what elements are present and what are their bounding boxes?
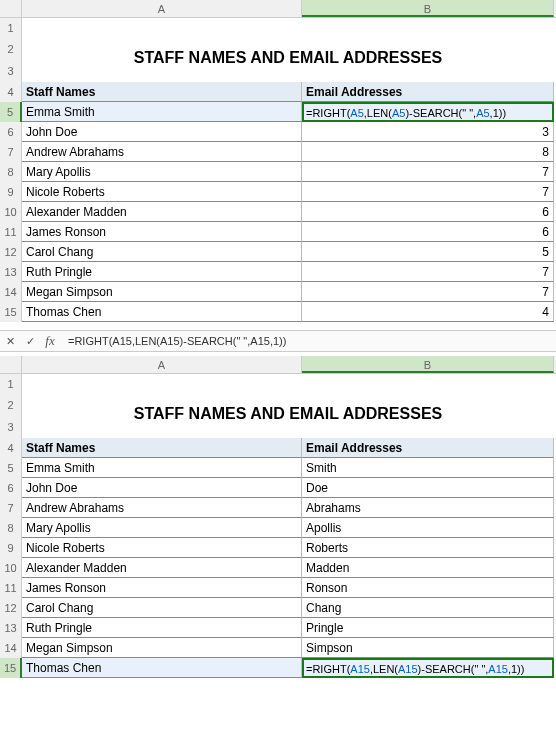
row-number[interactable]: 11 [0,222,22,242]
cell-email-address[interactable]: Apollis [302,518,554,538]
cell-email-address[interactable]: Smith [302,458,554,478]
cell-email-address[interactable]: =RIGHT(A15,LEN(A15)-SEARCH(" ",A15,1)) [302,658,554,678]
row-number[interactable]: 15 [0,302,22,322]
row-number[interactable]: 14 [0,282,22,302]
sheet-title[interactable]: STAFF NAMES AND EMAIL ADDRESSES [22,38,554,82]
cell-email-address[interactable]: Doe [302,478,554,498]
cell-B1[interactable] [302,18,554,38]
insert-function-button[interactable]: fx [40,333,60,349]
cell-staff-name[interactable]: Carol Chang [22,598,302,618]
row-number[interactable]: 10 [0,558,22,578]
cell-email-address[interactable]: 8 [302,142,554,162]
row-number[interactable]: 2 [0,394,22,416]
cell-A1[interactable] [22,374,302,394]
header-staff-names[interactable]: Staff Names [22,438,302,458]
cell-staff-name[interactable]: Nicole Roberts [22,182,302,202]
row-number[interactable]: 13 [0,618,22,638]
spreadsheet-bottom: A B 1 2 3 STAFF NAMES AND EMAIL ADDRESSE… [0,356,556,678]
row-number[interactable]: 9 [0,182,22,202]
row-number[interactable]: 12 [0,598,22,618]
row-number[interactable]: 1 [0,18,22,38]
header-email-addresses[interactable]: Email Addresses [302,82,554,102]
data-row: 12Carol ChangChang [0,598,556,618]
header-staff-names[interactable]: Staff Names [22,82,302,102]
formula-accept-button[interactable]: ✓ [20,335,40,348]
cell-staff-name[interactable]: Megan Simpson [22,282,302,302]
cell-email-address[interactable]: 7 [302,282,554,302]
cell-staff-name[interactable]: Alexander Madden [22,558,302,578]
cell-email-address[interactable]: Ronson [302,578,554,598]
row-number[interactable]: 13 [0,262,22,282]
cell-email-address[interactable]: Abrahams [302,498,554,518]
cell-staff-name[interactable]: Ruth Pringle [22,262,302,282]
cell-staff-name[interactable]: Alexander Madden [22,202,302,222]
cell-staff-name[interactable]: Megan Simpson [22,638,302,658]
row-4-header: 4 Staff Names Email Addresses [0,438,556,458]
row-number[interactable]: 8 [0,518,22,538]
row-number[interactable]: 6 [0,122,22,142]
row-number[interactable]: 15 [0,658,22,678]
row-number[interactable]: 1 [0,374,22,394]
row-number[interactable]: 4 [0,438,22,458]
cell-email-address[interactable]: Madden [302,558,554,578]
row-number[interactable]: 11 [0,578,22,598]
select-all-corner[interactable] [0,0,22,17]
cell-email-address[interactable]: 4 [302,302,554,322]
cell-staff-name[interactable]: Emma Smith [22,458,302,478]
row-number[interactable]: 5 [0,102,22,122]
cell-email-address[interactable]: 7 [302,162,554,182]
cell-staff-name[interactable]: Mary Apollis [22,162,302,182]
column-header-B[interactable]: B [302,0,554,17]
row-number[interactable]: 2 [0,38,22,60]
cell-staff-name[interactable]: Carol Chang [22,242,302,262]
row-number[interactable]: 3 [0,60,22,82]
column-header-B[interactable]: B [302,356,554,373]
cell-email-address[interactable]: =RIGHT(A5,LEN(A5)-SEARCH(" ",A5,1)) [302,102,554,122]
cell-staff-name[interactable]: James Ronson [22,222,302,242]
row-number[interactable]: 4 [0,82,22,102]
cell-staff-name[interactable]: John Doe [22,478,302,498]
row-number[interactable]: 3 [0,416,22,438]
column-header-A[interactable]: A [22,0,302,17]
cell-email-address[interactable]: Simpson [302,638,554,658]
row-number[interactable]: 10 [0,202,22,222]
cell-staff-name[interactable]: James Ronson [22,578,302,598]
row-number[interactable]: 6 [0,478,22,498]
row-1: 1 [0,18,556,38]
cell-email-address[interactable]: 6 [302,222,554,242]
cell-email-address[interactable]: 5 [302,242,554,262]
data-row: 5Emma SmithSmith [0,458,556,478]
cell-email-address[interactable]: 3 [302,122,554,142]
row-number[interactable]: 12 [0,242,22,262]
formula-bar-input[interactable]: =RIGHT(A15,LEN(A15)-SEARCH(" ",A15,1)) [60,335,556,347]
cell-staff-name[interactable]: Andrew Abrahams [22,498,302,518]
cell-email-address[interactable]: Roberts [302,538,554,558]
sheet-title[interactable]: STAFF NAMES AND EMAIL ADDRESSES [22,394,554,438]
header-email-addresses[interactable]: Email Addresses [302,438,554,458]
select-all-corner[interactable] [0,356,22,373]
row-number[interactable]: 9 [0,538,22,558]
cell-email-address[interactable]: 7 [302,182,554,202]
cell-email-address[interactable]: 6 [302,202,554,222]
cell-staff-name[interactable]: Andrew Abrahams [22,142,302,162]
row-number[interactable]: 7 [0,142,22,162]
cell-B1[interactable] [302,374,554,394]
cell-staff-name[interactable]: Emma Smith [22,102,302,122]
cell-staff-name[interactable]: Thomas Chen [22,302,302,322]
formula-cancel-button[interactable]: ✕ [0,335,20,348]
cell-A1[interactable] [22,18,302,38]
cell-email-address[interactable]: Pringle [302,618,554,638]
cell-staff-name[interactable]: John Doe [22,122,302,142]
row-number[interactable]: 8 [0,162,22,182]
column-header-A[interactable]: A [22,356,302,373]
row-number[interactable]: 14 [0,638,22,658]
row-number[interactable]: 7 [0,498,22,518]
row-2-3-title: 2 3 STAFF NAMES AND EMAIL ADDRESSES [0,38,556,82]
cell-staff-name[interactable]: Thomas Chen [22,658,302,678]
cell-staff-name[interactable]: Ruth Pringle [22,618,302,638]
cell-staff-name[interactable]: Nicole Roberts [22,538,302,558]
cell-email-address[interactable]: 7 [302,262,554,282]
cell-email-address[interactable]: Chang [302,598,554,618]
row-number[interactable]: 5 [0,458,22,478]
cell-staff-name[interactable]: Mary Apollis [22,518,302,538]
